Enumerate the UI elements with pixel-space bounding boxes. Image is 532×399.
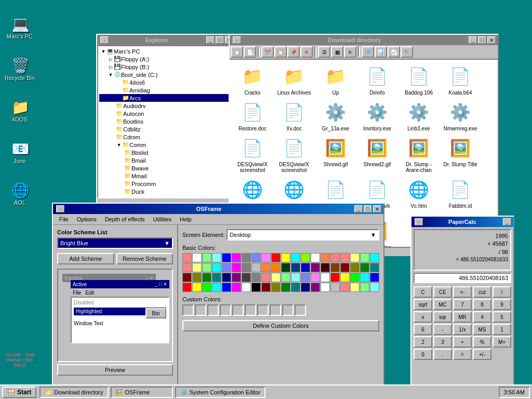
calc-btn---[interactable]: <- xyxy=(453,286,472,298)
color-swatch-78[interactable] xyxy=(360,283,369,292)
color-swatch-11[interactable] xyxy=(291,253,300,262)
color-swatch-79[interactable] xyxy=(370,283,379,292)
file-icon-8[interactable]: ⚙️ Gr_13a.exe xyxy=(315,98,356,134)
osframe-maximize-btn[interactable]: □ xyxy=(364,205,372,212)
color-swatch-0[interactable] xyxy=(182,253,192,262)
tb-btn-view1[interactable]: ☰ xyxy=(318,46,330,58)
color-swatch-73[interactable] xyxy=(311,283,320,292)
calc-btn-7[interactable]: 7 xyxy=(453,299,472,310)
custom-swatch-2[interactable] xyxy=(195,304,206,316)
define-custom-colors-btn[interactable]: Define Custom Colors xyxy=(182,320,379,331)
color-swatch-6[interactable] xyxy=(242,253,251,262)
taskbar-item-sysconfig[interactable]: ⚙️ System Configuration Editor xyxy=(175,387,266,398)
color-swatch-9[interactable] xyxy=(271,253,281,262)
explorer-minimize-btn[interactable]: _ xyxy=(206,36,215,44)
color-swatch-3[interactable] xyxy=(212,253,221,262)
color-swatch-43[interactable] xyxy=(212,273,221,282)
color-swatch-56[interactable] xyxy=(340,273,350,282)
calc-btn-cut[interactable]: cut xyxy=(473,286,491,298)
scheme-dropdown[interactable]: Bright Blue ▼ xyxy=(57,237,173,249)
color-swatch-51[interactable] xyxy=(291,273,300,282)
color-swatch-63[interactable] xyxy=(212,283,221,292)
calc-btn-5[interactable]: 5 xyxy=(493,311,511,323)
color-swatch-29[interactable] xyxy=(271,263,281,272)
calc-btn-1-x[interactable]: 1/x xyxy=(453,324,472,335)
file-icon-16[interactable]: 🖼️ Dr. Slump - Arare-chan xyxy=(398,134,440,175)
tb-btn-8[interactable]: 🔧 xyxy=(401,46,413,58)
color-swatch-69[interactable] xyxy=(271,283,281,292)
calc-btn-ms[interactable]: MS xyxy=(473,324,491,335)
calc-btn-0[interactable]: 0 xyxy=(414,349,432,360)
color-swatch-14[interactable] xyxy=(321,253,330,262)
color-swatch-70[interactable] xyxy=(281,283,290,292)
menu-file[interactable]: File xyxy=(55,215,73,223)
calc-btn-m-[interactable]: M+ xyxy=(493,336,511,348)
tree-item-floppyb[interactable]: ▷ 💾 Floppy (B:) xyxy=(99,63,233,71)
tree-item-bootlinx[interactable]: 📁 Bootlinx xyxy=(99,117,233,125)
tb-btn-paste[interactable]: 📌 xyxy=(287,46,300,58)
preview-btn-bottom[interactable]: Preview xyxy=(57,364,173,376)
color-swatch-47[interactable] xyxy=(251,273,261,282)
file-icon-10[interactable]: ⚙️ Linb3.exe xyxy=(398,98,440,134)
tb-btn-2[interactable]: 📄 xyxy=(244,46,256,58)
tree-item-marcspc[interactable]: ▼ 💻 Marc's PC xyxy=(99,47,233,55)
color-swatch-32[interactable] xyxy=(301,263,310,272)
color-swatch-44[interactable] xyxy=(222,273,231,282)
calc-btn--[interactable]: / xyxy=(493,286,511,298)
color-swatch-15[interactable] xyxy=(330,253,340,262)
menu-depth[interactable]: Depth of effects xyxy=(101,215,149,223)
color-swatch-30[interactable] xyxy=(281,263,290,272)
file-icon-9[interactable]: ⚙️ Invntory.exe xyxy=(356,98,398,134)
color-swatch-4[interactable] xyxy=(222,253,231,262)
tb-btn-1[interactable]: 📋 xyxy=(231,46,243,58)
color-swatch-10[interactable] xyxy=(281,253,290,262)
desktop-icon-marcspc[interactable]: 💻 Marc's PC xyxy=(4,16,35,39)
tree-item-cdblitz[interactable]: 📁 Cdblitz xyxy=(99,125,233,133)
explorer-menu-btn[interactable]: - xyxy=(100,36,109,44)
color-swatch-35[interactable] xyxy=(330,263,340,272)
color-swatch-21[interactable] xyxy=(192,263,202,272)
color-swatch-24[interactable] xyxy=(222,263,231,272)
color-swatch-75[interactable] xyxy=(330,283,340,292)
color-swatch-23[interactable] xyxy=(212,263,221,272)
tree-item-cdrom[interactable]: 📁 Cdrom xyxy=(99,133,233,141)
color-swatch-58[interactable] xyxy=(360,273,369,282)
calc-btn--[interactable]: = xyxy=(453,349,472,360)
download-minimize-btn[interactable]: _ xyxy=(469,36,477,44)
file-icon-22[interactable]: 🌐 Vc.htm xyxy=(398,175,440,217)
custom-swatch-6[interactable] xyxy=(245,304,256,316)
color-swatch-33[interactable] xyxy=(311,263,320,272)
desktop-icon-recyclebin[interactable]: 🗑️ Recycle Bin xyxy=(4,57,35,81)
color-swatch-77[interactable] xyxy=(350,283,360,292)
color-swatch-71[interactable] xyxy=(291,283,300,292)
papercalc-minimize-btn[interactable]: _ xyxy=(503,218,511,225)
calc-btn--[interactable]: + xyxy=(453,336,472,348)
color-swatch-31[interactable] xyxy=(291,263,300,272)
taskbar-item-download[interactable]: 📁 Download directory xyxy=(39,387,108,398)
explorer-maximize-btn[interactable]: □ xyxy=(216,36,224,44)
color-swatch-41[interactable] xyxy=(192,273,202,282)
color-swatch-46[interactable] xyxy=(242,273,251,282)
file-icon-14[interactable]: 🖼️ Shrewd.gif xyxy=(315,134,356,175)
custom-swatch-4[interactable] xyxy=(220,304,231,316)
desktop-icon-juno[interactable]: 📧 Juno xyxy=(4,140,35,164)
menu-help[interactable]: Help xyxy=(176,215,196,223)
download-close-btn[interactable]: ✕ xyxy=(487,36,496,44)
color-swatch-36[interactable] xyxy=(340,263,350,272)
tb-btn-delete[interactable]: ✕ xyxy=(300,46,313,58)
color-swatch-26[interactable] xyxy=(242,263,251,272)
color-swatch-49[interactable] xyxy=(271,273,281,282)
desktop-icon-aol[interactable]: 🌐 AOL xyxy=(4,182,35,206)
tree-item-autocon[interactable]: 📁 Autocon xyxy=(99,110,233,117)
calc-btn-ce[interactable]: CE xyxy=(433,286,452,298)
tb-btn-view2[interactable]: ▦ xyxy=(331,46,343,58)
color-swatch-20[interactable] xyxy=(182,263,192,272)
remove-scheme-btn[interactable]: Remove Scheme xyxy=(116,253,174,264)
file-icon-0[interactable]: 📁 Cracks xyxy=(232,62,273,98)
calc-btn-9[interactable]: 9 xyxy=(493,299,511,310)
color-swatch-60[interactable] xyxy=(182,283,192,292)
color-swatch-34[interactable] xyxy=(321,263,330,272)
calc-btn-x[interactable]: x xyxy=(414,311,432,323)
calc-btn-mr[interactable]: MR xyxy=(453,311,472,323)
tree-item-duck[interactable]: 📁 Duck xyxy=(99,188,233,195)
